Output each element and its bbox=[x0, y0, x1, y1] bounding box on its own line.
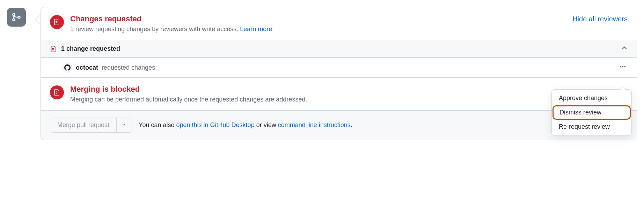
merge-status-panel: Changes requested 1 review requesting ch… bbox=[41, 7, 637, 140]
merge-blocked-title: Merging is blocked bbox=[70, 85, 628, 94]
svg-point-0 bbox=[13, 13, 15, 15]
file-diff-icon bbox=[50, 46, 57, 52]
triangle-down-icon bbox=[122, 122, 126, 127]
svg-point-5 bbox=[622, 66, 623, 68]
reviewer-action-text: requested changes bbox=[102, 64, 155, 71]
svg-point-1 bbox=[13, 19, 15, 21]
kebab-horizontal-icon bbox=[619, 63, 626, 70]
reviewer-row: octocat requested changes bbox=[41, 58, 637, 78]
open-github-desktop-link[interactable]: open this in GitHub Desktop bbox=[176, 121, 255, 128]
reviews-subheader[interactable]: 1 change requested bbox=[41, 40, 637, 58]
merge-pull-request-button[interactable]: Merge pull request bbox=[50, 118, 116, 132]
dismiss-review-item[interactable]: Dismiss review bbox=[552, 105, 631, 120]
file-diff-icon bbox=[53, 19, 60, 26]
approve-changes-item[interactable]: Approve changes bbox=[552, 91, 631, 105]
changes-requested-status-icon bbox=[50, 15, 64, 29]
timeline-merge-badge bbox=[7, 8, 26, 27]
collapse-reviews-button[interactable] bbox=[621, 45, 628, 53]
changes-requested-section: Changes requested 1 review requesting ch… bbox=[41, 7, 637, 40]
avatar[interactable] bbox=[63, 63, 72, 72]
file-diff-icon bbox=[53, 89, 60, 96]
merge-blocked-section: Merging is blocked Merging can be perfor… bbox=[41, 78, 637, 111]
subheader-label: 1 change requested bbox=[61, 45, 120, 52]
svg-point-2 bbox=[18, 16, 20, 18]
git-merge-icon bbox=[11, 12, 22, 22]
re-request-review-item[interactable]: Re-request review bbox=[552, 120, 631, 134]
reviewer-username[interactable]: octocat bbox=[76, 64, 98, 71]
octocat-avatar-icon bbox=[63, 63, 72, 72]
svg-point-4 bbox=[620, 66, 621, 68]
changes-requested-description: 1 review requesting changes by reviewers… bbox=[70, 26, 628, 33]
merge-footer: Merge pull request You can also open thi… bbox=[41, 111, 637, 140]
hide-all-reviewers-link[interactable]: Hide all reviewers bbox=[572, 15, 628, 23]
merge-blocked-status-icon bbox=[50, 85, 64, 99]
merge-options-dropdown-button[interactable] bbox=[116, 118, 132, 132]
panel-pointer bbox=[36, 15, 41, 24]
changes-requested-title: Changes requested bbox=[70, 14, 628, 23]
learn-more-link[interactable]: Learn more bbox=[240, 26, 272, 33]
reviewer-actions-dropdown: Approve changes Dismiss review Re-reques… bbox=[551, 89, 632, 136]
reviewer-actions-menu-button[interactable] bbox=[618, 62, 628, 74]
chevron-up-icon bbox=[621, 45, 628, 51]
command-line-instructions-link[interactable]: command line instructions bbox=[278, 121, 351, 128]
merge-alternatives-text: You can also open this in GitHub Desktop… bbox=[139, 121, 352, 129]
merge-blocked-description: Merging can be performed automatically o… bbox=[70, 96, 628, 103]
svg-point-6 bbox=[624, 66, 625, 68]
merge-button-group: Merge pull request bbox=[50, 118, 132, 133]
